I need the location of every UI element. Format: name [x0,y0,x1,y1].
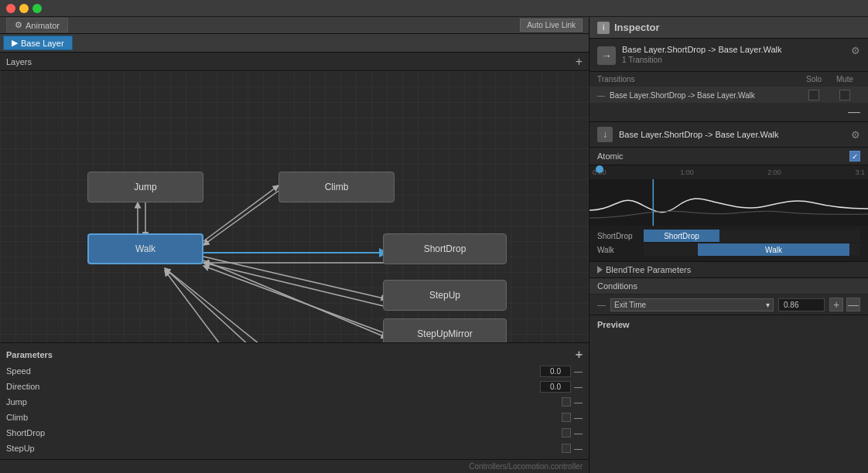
param-climb-remove[interactable]: — [574,413,583,422]
blend-label: BlendTree Parameters [606,265,691,274]
state-stepupmirror[interactable]: StepUpMirror [383,318,507,342]
transition2-gear-icon[interactable]: ⚙ [851,129,860,141]
param-shortdrop-remove[interactable]: — [574,428,583,437]
state-shortdrop[interactable]: ShortDrop [383,233,507,264]
param-direction-label: Direction [6,382,540,391]
add-parameter-button[interactable]: + [576,348,583,362]
param-speed-input[interactable] [540,366,571,377]
play-icon: ▶ [12,38,18,48]
animator-panel: ⚙ Animator Auto Live Link ▶ Base Layer L… [0,17,589,473]
mark-1: 1:00 [680,168,694,176]
shortdrop-bar-track: ShortDrop [644,230,860,242]
layers-label: Layers [6,57,32,66]
transitions-col-solo: Solo [798,75,829,83]
trans-dash-icon: — [597,91,605,100]
svg-line-3 [203,257,387,299]
layers-bar: Layers + [0,53,589,71]
param-stepup-checkbox[interactable] [562,444,571,453]
timeline-section: 0:00 1:00 2:00 3:1 ShortDrop [589,165,868,262]
remove-transition-button[interactable]: — [848,105,860,119]
close-button[interactable] [6,4,15,13]
timeline-wave-svg [589,179,868,226]
state-climb[interactable]: Climb [279,172,395,202]
transition2-arrow-icon: ↓ [597,127,613,142]
transition-row-name: Base Layer.ShortDrop -> Base Layer.Walk [610,91,798,100]
param-climb: Climb — [0,410,589,425]
param-jump: Jump — [0,394,589,410]
remove-transition-row: — [589,103,868,121]
minimize-button[interactable] [19,4,29,13]
shortdrop-bar-fill: ShortDrop [644,230,719,242]
state-walk-label: Walk [135,243,155,254]
condition-plus-minus: + — [829,298,860,311]
svg-line-10 [203,191,279,245]
param-direction-remove[interactable]: — [574,382,583,391]
atomic-checkbox[interactable]: ✓ [849,151,860,162]
preview-label: Preview [597,320,630,329]
inspector-icon: i [597,22,610,34]
state-shortdrop-label: ShortDrop [424,243,466,254]
traffic-lights [6,4,42,13]
condition-value-input[interactable] [778,298,825,311]
param-speed: Speed — [0,363,589,379]
param-stepup: StepUp — [0,441,589,456]
state-jump[interactable]: Jump [87,172,203,202]
remove-condition-button[interactable]: — [846,298,860,311]
param-jump-remove[interactable]: — [574,397,583,407]
timeline-playhead[interactable] [596,165,603,173]
atomic-label: Atomic [597,151,849,161]
transition-block2: ↓ Base Layer.ShortDrop -> Base Layer.Wal… [589,122,868,148]
cond-dropdown-icon: ▾ [766,301,770,309]
mark-3: 3:1 [855,168,865,176]
transition2-title: Base Layer.ShortDrop -> Base Layer.Walk [619,130,845,139]
param-shortdrop: ShortDrop — [0,425,589,441]
animator-tab[interactable]: ⚙ Animator [6,18,68,32]
auto-live-link-button[interactable]: Auto Live Link [520,19,583,32]
main-layout: ⚙ Animator Auto Live Link ▶ Base Layer L… [0,17,868,473]
walk-bar-track: Walk [644,243,860,256]
state-climb-label: Climb [325,182,349,192]
conditions-section: Conditions — Exit Time ▾ + — [589,278,868,315]
parameters-header: Parameters + [0,346,589,363]
state-walk[interactable]: Walk [87,233,203,264]
svg-line-8 [203,266,387,334]
inspector-title: Inspector [614,22,660,33]
transition-row[interactable]: — Base Layer.ShortDrop -> Base Layer.Wal… [589,87,868,103]
param-direction-input[interactable] [540,381,571,393]
mute-checkbox[interactable] [839,90,850,100]
transition-sub: 1 Transition [622,56,845,64]
transition-title: Base Layer.ShortDrop -> Base Layer.Walk [622,45,845,54]
svg-line-12 [165,271,279,342]
param-stepup-remove[interactable]: — [574,444,583,453]
parameters-panel: Parameters + Speed — Direction — Jump — … [0,342,589,459]
param-shortdrop-checkbox[interactable] [562,428,571,437]
add-layer-button[interactable]: + [576,55,583,69]
transitions-table: Transitions Solo Mute — Base Layer.Short… [589,72,868,122]
transitions-col-mute: Mute [829,75,860,83]
blend-header[interactable]: BlendTree Parameters [597,265,860,274]
base-layer-label: Base Layer [21,39,64,48]
param-climb-label: Climb [6,413,562,422]
add-condition-button[interactable]: + [829,298,843,311]
state-stepup[interactable]: StepUp [383,280,507,311]
atomic-row: Atomic ✓ [589,148,868,165]
mark-2: 2:00 [767,168,781,176]
param-jump-label: Jump [6,397,562,407]
condition-row: — Exit Time ▾ + — [589,294,868,315]
walk-bar-label: Walk [597,246,644,254]
svg-line-4 [203,260,387,338]
param-climb-checkbox[interactable] [562,413,571,422]
preview-section: Preview [589,315,868,334]
graph-canvas[interactable]: Jump Climb Walk ShortDrop StepUp StepUpM… [0,71,589,342]
transition-text: Base Layer.ShortDrop -> Base Layer.Walk … [622,45,845,64]
solo-checkbox[interactable] [808,90,819,100]
fullscreen-button[interactable] [32,4,42,13]
param-speed-remove[interactable]: — [574,366,583,376]
timeline-ruler: 0:00 1:00 2:00 3:1 [589,165,868,179]
walk-bar-row: Walk Walk [597,243,860,257]
transition-gear-icon[interactable]: ⚙ [851,45,860,56]
param-jump-checkbox[interactable] [562,397,571,407]
base-layer-tab[interactable]: ▶ Base Layer [3,36,73,50]
condition-param-select[interactable]: Exit Time ▾ [610,298,774,311]
timeline-bars: ShortDrop ShortDrop Walk Walk [589,226,868,261]
